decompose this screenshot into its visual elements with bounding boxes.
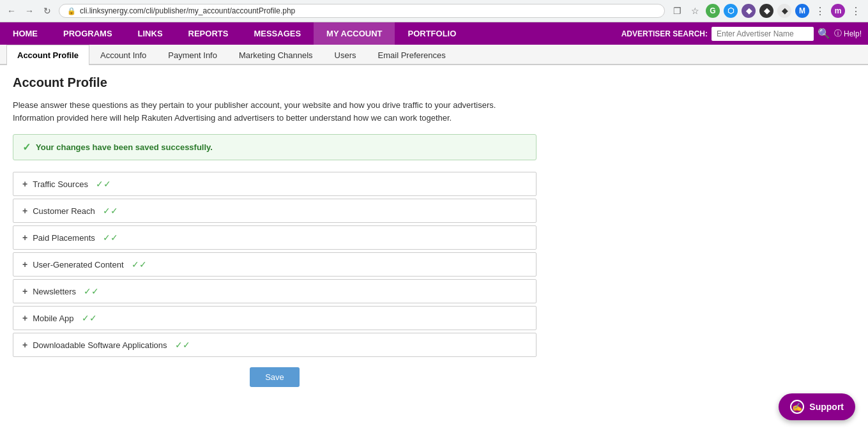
url-text: cli.linksynergy.com/cli/publisher/my_acc… bbox=[80, 6, 295, 15]
extension-mail[interactable]: M bbox=[795, 4, 809, 18]
accordion-header-customer-reach[interactable]: + Customer Reach ✓✓ bbox=[13, 199, 536, 222]
section-label-newsletters: Newsletters bbox=[33, 287, 76, 296]
help-circle-icon: ⓘ bbox=[834, 28, 842, 39]
search-button[interactable]: 🔍 bbox=[818, 27, 830, 40]
page-description: Please answer these questions as they pe… bbox=[13, 99, 537, 124]
save-row: Save bbox=[13, 367, 537, 387]
accordion-header-ugc[interactable]: + User-Generated Content ✓✓ bbox=[13, 253, 536, 276]
section-label-ugc: User-Generated Content bbox=[33, 260, 123, 270]
forward-button[interactable]: → bbox=[23, 4, 36, 17]
address-bar[interactable]: 🔒 cli.linksynergy.com/cli/publisher/my_a… bbox=[59, 4, 665, 18]
section-mobile-app: + Mobile App ✓✓ bbox=[13, 306, 537, 330]
nav-my-account[interactable]: MY ACCOUNT bbox=[314, 22, 395, 45]
bookmark-icon[interactable]: ☆ bbox=[688, 4, 702, 18]
browser-extension-icons: ❐ ☆ G ⬡ ◆ ◆ ◆ M ⋮ m ⋮ bbox=[670, 4, 863, 18]
tab-marketing-channels[interactable]: Marketing Channels bbox=[228, 45, 324, 65]
expand-icon-mobile: + bbox=[22, 313, 27, 323]
lock-icon: 🔒 bbox=[67, 7, 76, 15]
tab-account-profile[interactable]: Account Profile bbox=[6, 45, 89, 65]
chrome-menu[interactable]: ⋮ bbox=[849, 4, 863, 18]
check-icon-newsletters: ✓✓ bbox=[84, 286, 99, 296]
success-message: Your changes have been saved successfull… bbox=[36, 142, 213, 152]
tab-users[interactable]: Users bbox=[324, 45, 367, 65]
section-paid-placements: + Paid Placements ✓✓ bbox=[13, 225, 537, 250]
extensions-menu[interactable]: ⋮ bbox=[813, 4, 827, 18]
extension-light[interactable]: ◆ bbox=[777, 4, 791, 18]
expand-icon-software: + bbox=[22, 340, 27, 350]
extension-dark[interactable]: ◆ bbox=[759, 4, 773, 18]
nav-items-left: HOME PROGRAMS LINKS REPORTS MESSAGES MY … bbox=[0, 22, 469, 45]
check-icon-ugc: ✓✓ bbox=[132, 259, 147, 270]
accordion-header-paid-placements[interactable]: + Paid Placements ✓✓ bbox=[13, 226, 536, 249]
advertiser-search-input[interactable] bbox=[712, 27, 814, 41]
tab-email-preferences[interactable]: Email Preferences bbox=[367, 45, 457, 65]
cast-icon[interactable]: ❐ bbox=[670, 4, 684, 18]
expand-icon-traffic: + bbox=[22, 179, 27, 189]
section-label-traffic: Traffic Sources bbox=[33, 179, 88, 189]
nav-portfolio[interactable]: PORTFOLIO bbox=[395, 22, 469, 45]
accordion-header-traffic-sources[interactable]: + Traffic Sources ✓✓ bbox=[13, 172, 536, 195]
expand-icon-customer: + bbox=[22, 206, 27, 216]
accordion-header-software[interactable]: + Downloadable Software Applications ✓✓ bbox=[13, 333, 536, 356]
check-icon-traffic: ✓✓ bbox=[96, 179, 111, 189]
section-customer-reach: + Customer Reach ✓✓ bbox=[13, 199, 537, 223]
nav-messages[interactable]: MESSAGES bbox=[241, 22, 314, 45]
tabs-bar: Account Profile Account Info Payment Inf… bbox=[0, 45, 868, 65]
advertiser-search-area: ADVERTISER SEARCH: 🔍 ⓘ Help! bbox=[621, 27, 868, 41]
save-button[interactable]: Save bbox=[250, 367, 300, 387]
section-label-paid: Paid Placements bbox=[33, 233, 95, 243]
support-button[interactable]: ✍ Support bbox=[779, 393, 855, 397]
tab-payment-info[interactable]: Payment Info bbox=[157, 45, 228, 65]
tab-account-info[interactable]: Account Info bbox=[89, 45, 157, 65]
back-button[interactable]: ← bbox=[5, 4, 18, 17]
nav-programs[interactable]: PROGRAMS bbox=[50, 22, 125, 45]
success-check-icon: ✓ bbox=[22, 141, 31, 153]
nav-links[interactable]: LINKS bbox=[125, 22, 176, 45]
check-icon-customer: ✓✓ bbox=[103, 206, 118, 216]
section-label-software: Downloadable Software Applications bbox=[33, 340, 167, 350]
expand-icon-ugc: + bbox=[22, 259, 27, 270]
extension-blue[interactable]: ⬡ bbox=[724, 4, 738, 18]
section-ugc: + User-Generated Content ✓✓ bbox=[13, 252, 537, 277]
section-label-mobile: Mobile App bbox=[33, 314, 73, 323]
extension-purple[interactable]: ◆ bbox=[742, 4, 756, 18]
section-traffic-sources: + Traffic Sources ✓✓ bbox=[13, 172, 537, 196]
extension-green[interactable]: G bbox=[706, 4, 720, 18]
reload-button[interactable]: ↻ bbox=[41, 4, 54, 17]
accordion-header-mobile[interactable]: + Mobile App ✓✓ bbox=[13, 307, 536, 330]
advertiser-search-label: ADVERTISER SEARCH: bbox=[621, 29, 708, 38]
section-newsletters: + Newsletters ✓✓ bbox=[13, 279, 537, 303]
success-banner: ✓ Your changes have been saved successfu… bbox=[13, 134, 537, 160]
nav-reports[interactable]: REPORTS bbox=[176, 22, 241, 45]
nav-home[interactable]: HOME bbox=[0, 22, 50, 45]
check-icon-mobile: ✓✓ bbox=[82, 313, 97, 323]
help-label: Help! bbox=[844, 29, 862, 38]
section-label-customer: Customer Reach bbox=[33, 206, 95, 216]
check-icon-software: ✓✓ bbox=[175, 340, 190, 350]
check-icon-paid: ✓✓ bbox=[103, 232, 118, 243]
expand-icon-newsletters: + bbox=[22, 286, 27, 296]
accordion-header-newsletters[interactable]: + Newsletters ✓✓ bbox=[13, 280, 536, 303]
profile-icon[interactable]: m bbox=[831, 4, 845, 18]
browser-chrome: ← → ↻ 🔒 cli.linksynergy.com/cli/publishe… bbox=[0, 0, 868, 22]
main-navigation: HOME PROGRAMS LINKS REPORTS MESSAGES MY … bbox=[0, 22, 868, 45]
page-content: Account Profile Please answer these ques… bbox=[0, 65, 549, 397]
page-title: Account Profile bbox=[13, 75, 537, 90]
help-link[interactable]: ⓘ Help! bbox=[834, 28, 862, 39]
expand-icon-paid: + bbox=[22, 232, 27, 243]
section-downloadable-software: + Downloadable Software Applications ✓✓ bbox=[13, 333, 537, 357]
